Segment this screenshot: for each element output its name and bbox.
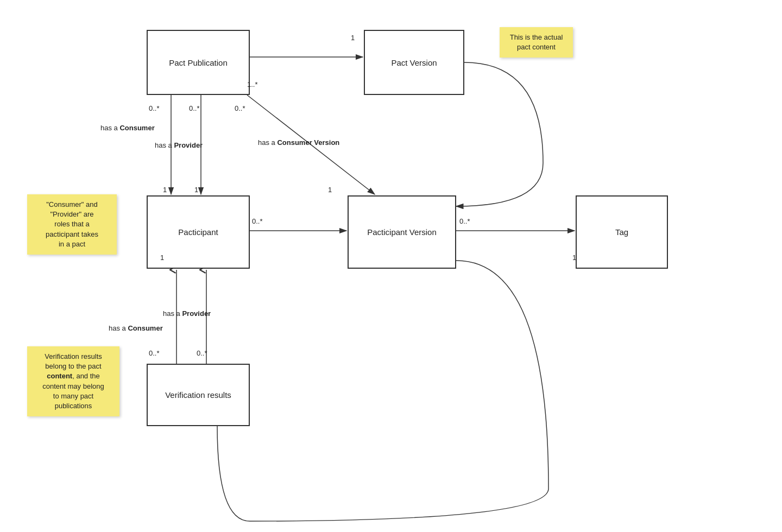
mult-ver-provider: 0..* [197, 349, 207, 357]
sticky-pact-content-text: This is the actual pact content [510, 33, 563, 51]
mult-pub-consumer: 0..* [149, 104, 160, 112]
mult-to-pact-provider: 1 [194, 186, 198, 194]
verification-results-box: Verification results [147, 364, 250, 426]
mult-ver-to-tag-1: 1 [572, 254, 576, 262]
label-has-consumer-lower: has a Consumer [109, 324, 163, 332]
mult-pub-provider: 0..* [189, 104, 200, 112]
label-has-consumer: has a Consumer [100, 124, 155, 132]
mult-to-pact-consumer: 1 [163, 186, 167, 194]
pact-publication-label: Pact Publication [169, 58, 228, 67]
mult-conver-1: 1 [328, 186, 332, 194]
tag-box: Tag [576, 195, 668, 269]
pacticipant-version-label: Pacticipant Version [367, 227, 437, 237]
pact-publication-box: Pact Publication [147, 30, 250, 95]
verification-results-label: Verification results [165, 390, 231, 400]
mult-pact-to-ver-1: 1 [160, 254, 164, 262]
pacticipant-version-box: Pacticipant Version [348, 195, 456, 269]
sticky-consumer-provider: "Consumer" and"Provider" areroles that a… [27, 194, 117, 255]
diagram-container: Pact Publication Pact Version Pacticipan… [0, 0, 782, 532]
label-has-provider: has a Provider [155, 141, 203, 149]
label-has-consumer-version: has a Consumer Version [258, 138, 339, 147]
mult-pact-to-ver-star: 0..* [252, 217, 263, 225]
sticky-consumer-provider-text: "Consumer" and"Provider" areroles that a… [46, 200, 98, 248]
label-has-provider-lower: has a Provider [163, 309, 211, 318]
pacticipant-label: Pacticipant [178, 227, 218, 237]
mult-ver-consumer: 0..* [149, 349, 160, 357]
sticky-pact-content: This is the actual pact content [500, 27, 573, 58]
mult-pub-conver: 0..* [235, 104, 245, 112]
pact-version-box: Pact Version [364, 30, 464, 95]
mult-ver-to-tag-star: 0..* [459, 217, 470, 225]
sticky-verification: Verification resultsbelong to the pactco… [27, 346, 119, 416]
pact-version-label: Pact Version [391, 58, 437, 67]
mult-pub-ver-1: 1 [351, 34, 355, 42]
tag-label: Tag [615, 227, 628, 237]
mult-pub-ver-star: 1..* [247, 80, 258, 88]
sticky-verification-text: Verification resultsbelong to the pactco… [42, 352, 104, 410]
